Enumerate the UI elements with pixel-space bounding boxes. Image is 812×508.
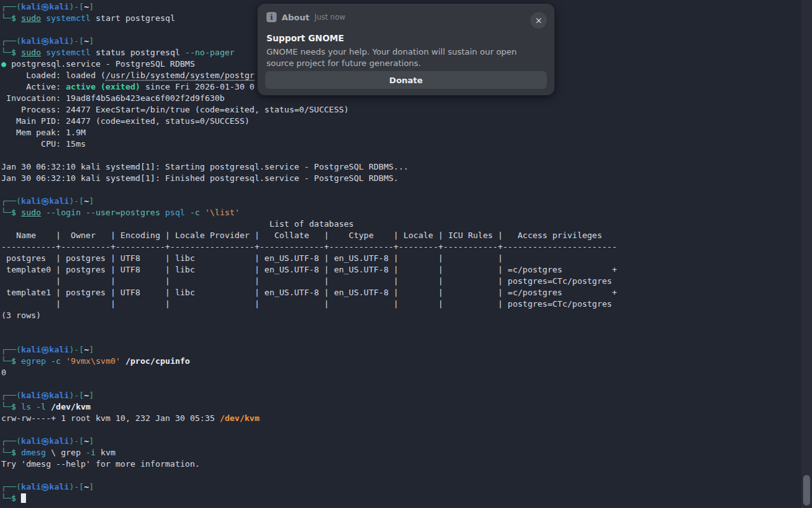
notification-body: GNOME needs your help. Your donation wil…: [266, 46, 540, 69]
terminal-cursor: [21, 493, 26, 503]
donate-button[interactable]: Donate: [265, 71, 547, 89]
notification-header: i About Just now: [266, 12, 524, 22]
terminal-line: └─$ dmesg \ grep -i kvm: [1, 447, 801, 458]
terminal-line: [1, 424, 801, 436]
terminal-line: | | | | | | | | postgres=CTc/postgres: [1, 276, 801, 287]
terminal-line: [1, 378, 801, 390]
terminal-line: Mem peak: 1.9M: [1, 127, 801, 138]
terminal-line: template1 | postgres | UTF8 | libc | en_…: [1, 287, 801, 298]
terminal-line: [1, 184, 801, 196]
terminal-line: Jan 30 06:32:10 kali systemd[1]: Finishe…: [1, 173, 801, 184]
terminal-line: ┌──(kali㉿kali)-[~]: [1, 344, 801, 356]
terminal-line: (3 rows): [1, 310, 801, 321]
terminal-line: List of databases: [1, 218, 801, 230]
close-icon[interactable]: ×: [530, 12, 547, 29]
terminal-line: Main PID: 24477 (code=exited, status=0/S…: [1, 116, 801, 127]
terminal-line: └─$ ls -l /dev/kvm: [1, 401, 801, 413]
kali-terminal-screen: ┌──(kali㉿kali)-[~]└─$ sudo systemctl sta…: [0, 0, 812, 508]
terminal-line: ┌──(kali㉿kali)-[~]: [1, 436, 801, 447]
terminal-line: crw-rw----+ 1 root kvm 10, 232 Jan 30 05…: [1, 413, 801, 424]
terminal-line: [1, 470, 801, 481]
terminal-line: postgres | postgres | UTF8 | libc | en_U…: [1, 253, 801, 264]
scrollbar[interactable]: [801, 0, 812, 508]
terminal-line: Try 'dmesg --help' for more information.: [1, 458, 801, 470]
terminal-line: [1, 333, 801, 344]
terminal-line: | | | | | | | | postgres=CTc/postgres: [1, 298, 801, 310]
notification-title: Support GNOME: [266, 33, 344, 43]
terminal-line: [1, 150, 801, 161]
terminal-line: ┌──(kali㉿kali)-[~]: [1, 481, 801, 493]
terminal-line: Process: 24477 ExecStart=/bin/true (code…: [1, 104, 801, 116]
terminal-line: -----------+----------+----------+------…: [1, 241, 801, 253]
notification-popup: i About Just now × Support GNOME GNOME n…: [258, 4, 554, 95]
terminal-line: Name | Owner | Encoding | Locale Provide…: [1, 230, 801, 241]
terminal-line: 0: [1, 367, 801, 378]
scrollbar-thumb[interactable]: [803, 475, 810, 505]
terminal-line: └─$ sudo --login --user=postgres psql -c…: [1, 207, 801, 218]
terminal-line: └─$ egrep -c '9vmx\svm0' /proc/cpuinfo: [1, 356, 801, 367]
notification-timestamp: Just now: [315, 13, 346, 22]
terminal-line: CPU: 15ms: [1, 138, 801, 150]
info-icon: i: [266, 12, 277, 22]
terminal-line: └─$: [1, 493, 801, 504]
terminal-line: [1, 321, 801, 333]
terminal-line: template0 | postgres | UTF8 | libc | en_…: [1, 264, 801, 276]
terminal-line: Jan 30 06:32:10 kali systemd[1]: Startin…: [1, 161, 801, 173]
terminal-line: ┌──(kali㉿kali)-[~]: [1, 390, 801, 401]
terminal-line: ┌──(kali㉿kali)-[~]: [1, 196, 801, 207]
notification-app-name: About: [282, 13, 310, 22]
